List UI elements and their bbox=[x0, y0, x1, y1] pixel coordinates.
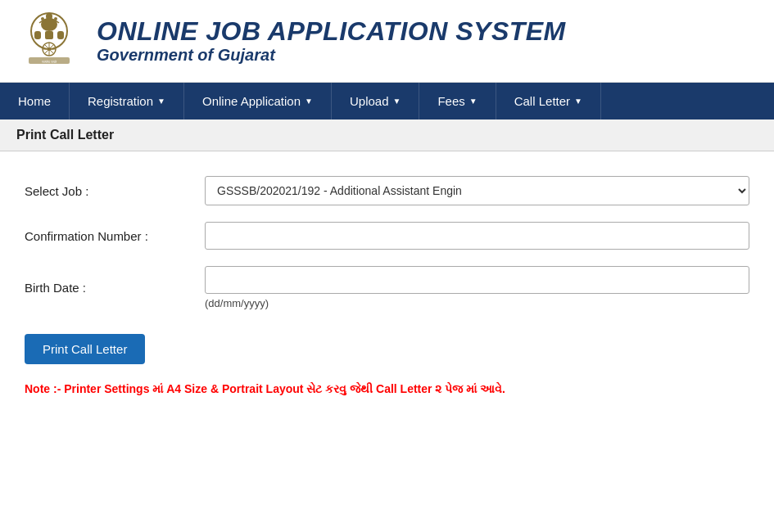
government-emblem: सत्यमेव जयते bbox=[16, 8, 82, 74]
nav-home[interactable]: Home bbox=[0, 83, 70, 119]
header: सत्यमेव जयते ONLINE JOB APPLICATION SYST… bbox=[0, 0, 774, 83]
note-text: Note :- Printer Settings માં A4 Size & P… bbox=[25, 382, 505, 395]
date-format-hint: (dd/mm/yyyy) bbox=[205, 297, 749, 309]
svg-rect-2 bbox=[34, 31, 41, 39]
svg-point-13 bbox=[46, 13, 52, 20]
print-call-letter-button[interactable]: Print Call Letter bbox=[25, 334, 145, 364]
chevron-down-icon: ▼ bbox=[393, 97, 401, 106]
chevron-down-icon: ▼ bbox=[469, 97, 478, 106]
select-job-row: Select Job : GSSSB/202021/192 - Addition… bbox=[25, 176, 749, 205]
nav-registration[interactable]: Registration ▼ bbox=[70, 83, 184, 119]
nav-upload[interactable]: Upload ▼ bbox=[332, 83, 419, 119]
logo-area: सत्यमेव जयते ONLINE JOB APPLICATION SYST… bbox=[16, 8, 566, 74]
svg-text:सत्यमेव जयते: सत्यमेव जयते bbox=[41, 60, 57, 64]
navbar: Home Registration ▼ Online Application ▼… bbox=[0, 83, 774, 119]
svg-rect-4 bbox=[45, 31, 53, 39]
select-job-control: GSSSB/202021/192 - Additional Assistant … bbox=[205, 176, 749, 205]
nav-fees[interactable]: Fees ▼ bbox=[419, 83, 496, 119]
nav-online-application[interactable]: Online Application ▼ bbox=[184, 83, 332, 119]
confirmation-number-row: Confirmation Number : bbox=[25, 222, 749, 250]
chevron-down-icon: ▼ bbox=[574, 97, 582, 106]
note-section: Note :- Printer Settings માં A4 Size & P… bbox=[25, 382, 749, 396]
svg-point-14 bbox=[41, 17, 44, 20]
site-title: ONLINE JOB APPLICATION SYSTEM bbox=[97, 17, 566, 46]
birth-date-row: Birth Date : (dd/mm/yyyy) bbox=[25, 266, 749, 309]
svg-rect-3 bbox=[57, 31, 64, 39]
chevron-down-icon: ▼ bbox=[305, 97, 313, 106]
breadcrumb-bar: Print Call Letter bbox=[0, 119, 774, 151]
select-job-dropdown[interactable]: GSSSB/202021/192 - Additional Assistant … bbox=[205, 176, 749, 205]
confirmation-number-control bbox=[205, 222, 749, 250]
site-subtitle: Government of Gujarat bbox=[97, 46, 566, 65]
nav-call-letter[interactable]: Call Letter ▼ bbox=[496, 83, 601, 119]
chevron-down-icon: ▼ bbox=[157, 97, 165, 106]
birth-date-label: Birth Date : bbox=[25, 281, 205, 295]
confirmation-number-input[interactable] bbox=[205, 222, 749, 250]
birth-date-control: (dd/mm/yyyy) bbox=[205, 266, 749, 309]
svg-point-15 bbox=[54, 17, 57, 20]
page-title: Print Call Letter bbox=[16, 128, 114, 142]
select-job-label: Select Job : bbox=[25, 184, 205, 198]
main-content: Select Job : GSSSB/202021/192 - Addition… bbox=[0, 151, 774, 413]
confirmation-number-label: Confirmation Number : bbox=[25, 229, 205, 243]
header-text: ONLINE JOB APPLICATION SYSTEM Government… bbox=[97, 17, 566, 65]
birth-date-input[interactable] bbox=[205, 266, 749, 294]
